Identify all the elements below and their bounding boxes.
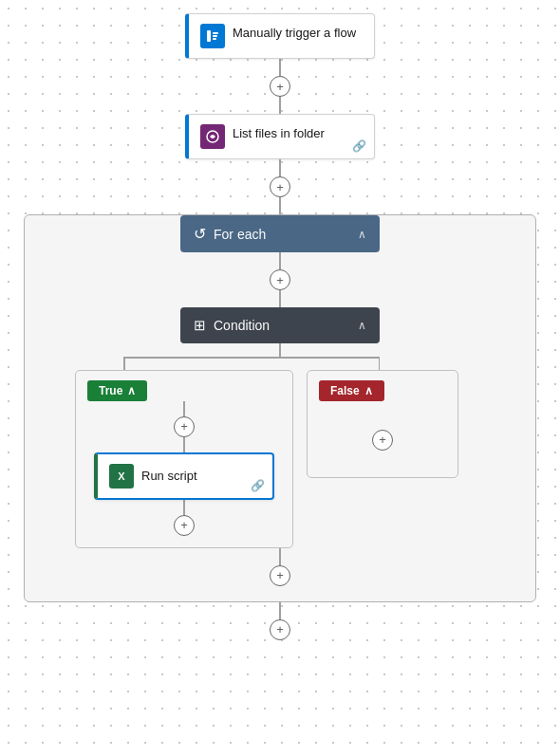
condition-card[interactable]: ⊞ Condition ∧: [180, 307, 380, 343]
run-script-card[interactable]: X Run script 🔗: [94, 452, 274, 500]
true-label: True: [99, 384, 122, 397]
true-v2: [183, 437, 185, 452]
connector-2: [279, 97, 281, 114]
true-chevron: ∧: [127, 384, 136, 397]
svg-rect-0: [207, 30, 211, 42]
svg-rect-1: [213, 32, 218, 34]
final-v1: [279, 602, 281, 619]
trigger-node: Manually trigger a flow: [185, 13, 375, 59]
true-v1: [183, 401, 185, 416]
excel-icon: X: [109, 464, 134, 489]
branch-drops: [123, 359, 380, 370]
list-files-title: List files in folder: [233, 124, 325, 142]
add-true-2[interactable]: +: [174, 515, 195, 536]
true-drop: [123, 359, 125, 370]
add-true-1[interactable]: +: [174, 416, 195, 437]
foreach-title: For each: [214, 227, 350, 242]
add-final[interactable]: +: [270, 619, 290, 640]
link-icon-1: 🔗: [352, 139, 366, 153]
true-branch: True ∧ + X Run script 🔗 +: [75, 370, 293, 548]
true-branch-header[interactable]: True ∧: [87, 380, 147, 401]
connector-4: [279, 197, 281, 214]
run-script-title: Run script: [141, 467, 197, 485]
foreach-icon: ↺: [194, 225, 206, 243]
add-foreach-bottom[interactable]: +: [270, 565, 290, 586]
foreach-bottom-v: [279, 548, 281, 565]
link-icon-2: 🔗: [251, 479, 265, 492]
condition-chevron: ∧: [358, 319, 366, 332]
add-false-1[interactable]: +: [372, 430, 393, 451]
list-files-card[interactable]: List files in folder 🔗: [185, 114, 375, 159]
branch-connector-area: [47, 343, 513, 370]
foreach-inner-connector-2: [279, 290, 281, 307]
list-files-icon: [200, 124, 225, 149]
trigger-icon: [200, 24, 225, 48]
connector-1: [279, 59, 281, 76]
branches-row: True ∧ + X Run script 🔗 +: [75, 370, 458, 548]
false-branch-header[interactable]: False ∧: [319, 380, 384, 401]
cond-v-line: [279, 343, 281, 357]
foreach-inner-connector-1: [279, 252, 281, 269]
foreach-container: ↺ For each ∧ + ⊞ Condition ∧: [24, 214, 536, 602]
svg-rect-3: [213, 38, 216, 40]
connector-3: [279, 159, 281, 176]
list-files-node: List files in folder 🔗: [185, 114, 375, 159]
false-drop: [379, 359, 381, 370]
foreach-card[interactable]: ↺ For each ∧: [180, 215, 380, 252]
add-step-foreach-1[interactable]: +: [270, 269, 290, 290]
false-label: False: [330, 384, 360, 397]
svg-rect-2: [213, 35, 217, 37]
condition-icon: ⊞: [194, 317, 206, 334]
flow-canvas: Manually trigger a flow + List files in …: [0, 0, 560, 756]
add-step-1[interactable]: +: [270, 76, 290, 97]
add-step-2[interactable]: +: [270, 176, 290, 197]
false-branch: False ∧ +: [307, 370, 458, 478]
trigger-card[interactable]: Manually trigger a flow: [185, 13, 375, 59]
foreach-chevron: ∧: [358, 228, 366, 241]
false-chevron: ∧: [364, 384, 373, 397]
true-v3: [183, 500, 185, 515]
trigger-title: Manually trigger a flow: [233, 24, 356, 42]
condition-title: Condition: [214, 318, 350, 333]
